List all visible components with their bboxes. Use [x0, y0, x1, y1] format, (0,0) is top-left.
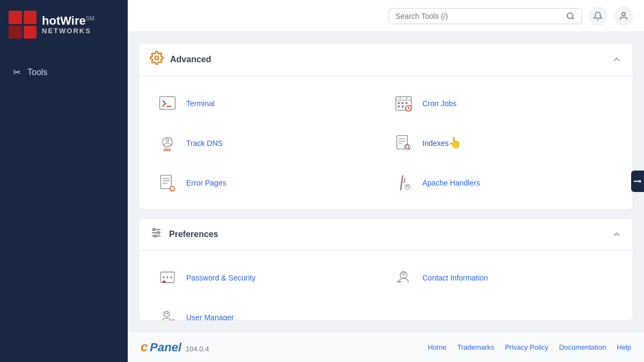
brand-networks: NETWORKS: [42, 27, 94, 35]
tool-item-user-manager[interactable]: User Manager: [150, 299, 386, 321]
error-pages-icon: !: [158, 173, 177, 193]
terminal-icon: [158, 94, 177, 113]
apache-handlers-icon-wrap: [392, 172, 415, 194]
contact-information-label: Contact Information: [422, 274, 488, 282]
brand-sm: SM: [86, 14, 95, 21]
main-area: Advanced: [128, 0, 644, 362]
svg-rect-10: [398, 102, 400, 104]
brand-text: hotWireSM NETWORKS: [42, 14, 94, 35]
svg-text:DNS: DNS: [164, 148, 171, 152]
logo-sq-2: [24, 11, 37, 24]
logo-sq-3: [9, 26, 22, 39]
cron-jobs-icon-wrap: [392, 92, 415, 115]
svg-point-35: [405, 184, 410, 189]
content-area: Advanced: [128, 32, 644, 331]
svg-rect-4: [160, 97, 175, 109]
apache-handlers-label: Apache Handlers: [422, 179, 480, 187]
tool-item-error-pages[interactable]: ! Error Pages: [150, 164, 386, 202]
cron-jobs-icon: [394, 94, 413, 113]
svg-point-63: [171, 320, 175, 321]
brand-hot: hotWireSM: [42, 14, 94, 27]
tool-item-track-dns[interactable]: DNS Track DNS: [150, 124, 386, 162]
apache-handlers-icon: [394, 173, 413, 193]
svg-point-52: [154, 235, 156, 237]
footer-link-trademarks[interactable]: Trademarks: [457, 343, 494, 351]
indexes-icon-wrap: [392, 132, 415, 154]
svg-rect-11: [401, 102, 404, 104]
logo-sq-1: [9, 11, 22, 24]
tool-item-terminal[interactable]: Terminal: [150, 85, 386, 122]
logo-sq-4: [24, 26, 37, 39]
footer-link-home[interactable]: Home: [428, 343, 447, 351]
tool-item-cron-jobs[interactable]: Cron Jobs: [386, 85, 622, 122]
preferences-collapse-button[interactable]: [611, 229, 622, 240]
sidebar-item-tools[interactable]: ✂ Tools: [0, 60, 128, 85]
svg-rect-29: [160, 175, 171, 189]
user-profile-button[interactable]: [614, 6, 633, 26]
search-bar-container: [389, 8, 582, 24]
svg-point-3: [155, 56, 159, 60]
contact-information-icon-wrap: [392, 267, 415, 289]
search-submit-button[interactable]: [566, 12, 575, 20]
preferences-section: Preferences: [138, 218, 633, 321]
advanced-gear-icon: [150, 51, 164, 68]
contact-information-icon: [394, 268, 413, 287]
tool-item-apache-handlers[interactable]: Apache Handlers: [386, 164, 622, 202]
tools-icon: ✂: [13, 67, 21, 78]
terminal-label: Terminal: [186, 99, 215, 108]
cpanel-logo: c Panel 104.0.4: [141, 339, 209, 354]
terminal-icon-wrap: [156, 92, 179, 115]
password-security-label: Password & Security: [186, 274, 255, 282]
footer-link-documentation[interactable]: Documentation: [559, 343, 606, 351]
svg-point-62: [165, 312, 168, 314]
preferences-title: Preferences: [169, 230, 218, 239]
svg-point-51: [157, 232, 159, 234]
svg-point-55: [166, 277, 169, 279]
svg-rect-12: [406, 102, 408, 104]
advanced-header-left: Advanced: [150, 51, 211, 68]
password-security-icon: [158, 268, 177, 287]
side-panel-tab[interactable]: [631, 171, 644, 192]
footer-link-help[interactable]: Help: [617, 343, 631, 351]
error-pages-label: Error Pages: [186, 179, 226, 187]
cpanel-c: c: [141, 339, 148, 354]
advanced-title: Advanced: [170, 55, 211, 64]
preferences-tools-grid: Password & Security Contact Information: [139, 250, 633, 321]
svg-line-1: [572, 18, 574, 19]
tool-item-password-security[interactable]: Password & Security: [150, 259, 386, 297]
cpanel-version: 104.0.4: [186, 345, 209, 353]
svg-point-2: [622, 12, 625, 16]
logo-area: hotWireSM NETWORKS: [0, 0, 128, 49]
advanced-section: Advanced: [138, 43, 633, 210]
svg-text:!: !: [171, 187, 172, 191]
svg-rect-14: [401, 106, 404, 108]
search-input[interactable]: [396, 12, 562, 20]
svg-point-54: [163, 277, 165, 279]
user-manager-label: User Manager: [186, 313, 234, 321]
notifications-button[interactable]: [588, 6, 608, 26]
tool-item-virus-scanner[interactable]: Virus Scanner: [386, 204, 622, 210]
advanced-section-header: Advanced: [139, 43, 633, 76]
track-dns-label: Track DNS: [186, 139, 223, 147]
svg-rect-57: [163, 281, 165, 283]
footer-links: Home Trademarks Privacy Policy Documenta…: [428, 343, 631, 351]
advanced-collapse-button[interactable]: [611, 54, 622, 65]
advanced-tools-grid: Terminal: [139, 76, 633, 210]
tool-item-contact-information[interactable]: Contact Information: [386, 259, 622, 297]
logo-icon: [9, 11, 36, 39]
tool-item-indexes[interactable]: Indexes 👆: [386, 124, 622, 162]
header: [128, 0, 644, 32]
svg-point-50: [153, 228, 155, 231]
footer: c Panel 104.0.4 Home Trademarks Privacy …: [128, 331, 644, 362]
error-pages-icon-wrap: !: [156, 172, 179, 194]
user-manager-icon: [158, 308, 177, 321]
svg-point-20: [166, 139, 169, 142]
tool-item-mime-types[interactable]: MIME Types: [150, 204, 386, 210]
svg-point-59: [402, 272, 405, 275]
user-manager-icon-wrap: [156, 306, 179, 321]
svg-point-0: [567, 13, 573, 19]
cursor-icon: 👆: [448, 136, 462, 149]
sidebar-item-label-tools: Tools: [27, 68, 47, 77]
svg-point-56: [170, 277, 172, 279]
footer-link-privacy[interactable]: Privacy Policy: [505, 343, 548, 351]
